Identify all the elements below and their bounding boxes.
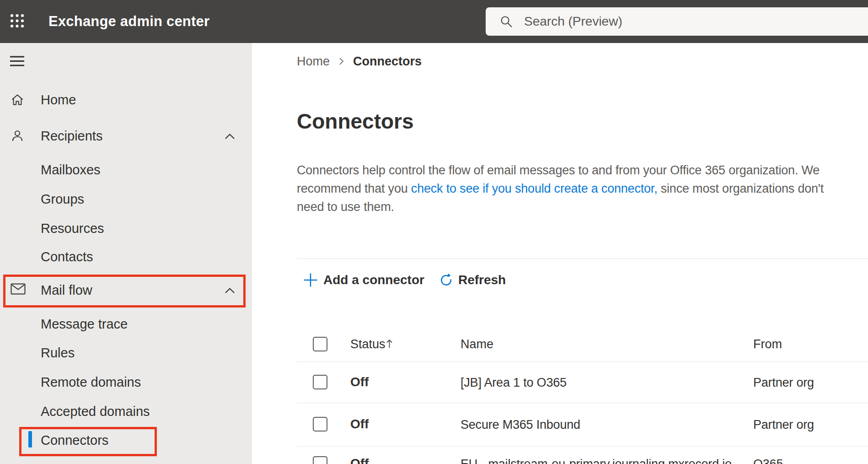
top-bar: Exchange admin center xyxy=(0,0,868,43)
sidebar-item-groups[interactable]: Groups xyxy=(0,186,252,212)
waffle-grid-icon xyxy=(10,14,24,28)
sidebar-item-rules[interactable]: Rules xyxy=(0,340,252,366)
sidebar-item-label: Rules xyxy=(41,345,75,361)
sidebar-item-message-trace[interactable]: Message trace xyxy=(0,311,252,337)
person-icon xyxy=(11,129,26,143)
create-connector-check-link[interactable]: check to see if you should create a conn… xyxy=(411,182,658,195)
refresh-icon xyxy=(439,273,453,287)
sidebar-item-resources[interactable]: Resources xyxy=(0,216,252,241)
sidebar-item-accepted-domains[interactable]: Accepted domains xyxy=(0,399,252,424)
envelope-icon xyxy=(11,283,26,297)
row-from: O365 xyxy=(753,457,783,464)
sidebar-item-recipients[interactable]: Recipients xyxy=(0,123,252,149)
row-name[interactable]: Secure M365 Inbound xyxy=(461,418,580,432)
description-line-1: Connectors help control the flow of emai… xyxy=(297,161,859,179)
row-divider xyxy=(297,403,868,403)
row-name[interactable]: EU - mailstream-eu-primary.journaling.mx… xyxy=(461,457,732,464)
chevron-up-icon[interactable] xyxy=(225,287,235,293)
sidebar-item-label: Remote domains xyxy=(41,375,141,390)
description-text: since most organizations don't xyxy=(657,182,824,195)
refresh-label: Refresh xyxy=(458,273,506,287)
breadcrumb-home-link[interactable]: Home xyxy=(297,54,330,69)
sidebar-item-label: Message trace xyxy=(41,317,128,332)
add-connector-label: Add a connector xyxy=(323,273,424,287)
sidebar-item-home[interactable]: Home xyxy=(0,87,252,113)
row-from: Partner org xyxy=(753,376,814,389)
row-checkbox[interactable] xyxy=(313,417,327,432)
row-checkbox[interactable] xyxy=(313,375,327,389)
search-icon xyxy=(499,15,513,28)
sidebar-item-label: Home xyxy=(41,92,76,108)
row-status: Off xyxy=(350,457,369,464)
home-icon xyxy=(11,93,26,107)
sort-ascending-icon[interactable] xyxy=(386,339,393,351)
sidebar-item-label: Recipients xyxy=(41,129,102,144)
search-box[interactable] xyxy=(486,7,868,36)
row-checkbox[interactable] xyxy=(313,456,327,464)
column-header-name[interactable]: Name xyxy=(461,337,493,351)
hamburger-icon xyxy=(10,56,24,66)
sidebar-item-label: Accepted domains xyxy=(41,404,150,419)
sidebar-item-label: Mailboxes xyxy=(41,162,101,178)
sidebar-item-label: Contacts xyxy=(41,249,93,264)
sidebar-item-connectors[interactable]: Connectors xyxy=(0,427,252,453)
toolbar-top-divider xyxy=(297,259,868,259)
sidebar-item-label: Mail flow xyxy=(41,283,92,298)
app-launcher-button[interactable] xyxy=(10,14,25,28)
page-description: Connectors help control the flow of emai… xyxy=(297,161,859,216)
sidebar-item-label: Groups xyxy=(41,192,84,207)
description-line-2: recommend that you check to see if you s… xyxy=(297,179,859,198)
description-text: recommend that you xyxy=(297,182,411,195)
refresh-button[interactable]: Refresh xyxy=(439,273,506,287)
selected-item-indicator xyxy=(28,431,32,448)
sidebar-item-contacts[interactable]: Contacts xyxy=(0,244,252,270)
select-all-checkbox[interactable] xyxy=(313,337,327,351)
plus-icon xyxy=(303,272,318,288)
header-divider xyxy=(297,361,868,362)
sidebar-nav: Home Recipients Mailboxes Groups Reso xyxy=(0,43,252,464)
description-line-3: need to use them. xyxy=(297,198,859,216)
command-bar: Add a connector Refresh xyxy=(303,272,506,288)
row-status: Off xyxy=(350,375,369,389)
row-status: Off xyxy=(350,417,369,431)
sidebar-item-remote-domains[interactable]: Remote domains xyxy=(0,369,252,395)
main-content: Home Connectors Connectors Connectors he… xyxy=(252,43,868,464)
breadcrumb-current: Connectors xyxy=(353,54,422,69)
column-header-from[interactable]: From xyxy=(753,337,782,351)
row-divider xyxy=(297,446,868,447)
nav-toggle-button[interactable] xyxy=(10,56,24,66)
sidebar-item-label: Connectors xyxy=(41,433,108,448)
column-header-status[interactable]: Status xyxy=(350,337,386,351)
exchange-admin-center-window: Exchange admin center Home xyxy=(0,0,868,464)
chevron-up-icon[interactable] xyxy=(225,133,235,139)
app-title: Exchange admin center xyxy=(48,0,209,43)
page-title: Connectors xyxy=(297,109,414,134)
row-from: Partner org xyxy=(753,418,814,432)
row-name[interactable]: [JB] Area 1 to O365 xyxy=(461,376,567,389)
breadcrumb: Home Connectors xyxy=(297,54,422,69)
search-input[interactable] xyxy=(524,14,868,29)
sidebar-item-mail-flow[interactable]: Mail flow xyxy=(0,277,252,303)
add-connector-button[interactable]: Add a connector xyxy=(303,272,424,288)
sidebar-item-label: Resources xyxy=(41,221,104,236)
chevron-right-icon xyxy=(339,57,344,65)
sidebar-item-mailboxes[interactable]: Mailboxes xyxy=(0,157,252,183)
